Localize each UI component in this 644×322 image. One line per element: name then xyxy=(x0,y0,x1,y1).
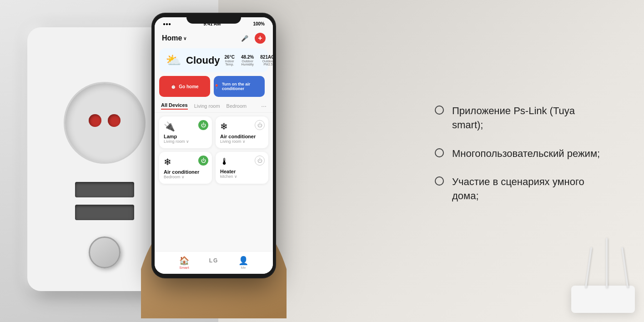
weather-stats: 26°C Indoor Temp. 48.2% Outdoor Humidity… xyxy=(225,55,273,66)
device-card-lamp[interactable]: ⏻ 🔌 Lamp Living room ∨ xyxy=(159,116,212,148)
ac1-power-toggle[interactable]: ⏻ xyxy=(255,120,265,130)
chevron-down-icon: ∨ xyxy=(242,139,246,144)
profile-icon: 👤 xyxy=(238,256,248,266)
weather-condition: Cloudy xyxy=(186,55,220,66)
chevron-down-icon: ∨ xyxy=(183,36,186,41)
device-card-ac2[interactable]: ⏻ ❄ Air conditioner Bedroom ∨ xyxy=(159,152,212,184)
feature-item-3: Участие в сценариях умного дома; xyxy=(435,175,608,203)
ac1-name: Air conditioner xyxy=(220,134,264,139)
phone-screen: ●●● 9:41 AM 100% Home ∨ 🎤 + ⛅ Cloudy xyxy=(155,17,273,274)
feature-item-2: Многопользовательский режим; xyxy=(435,147,608,161)
heater-room: kitchen ∨ xyxy=(220,174,264,179)
home-label: Home xyxy=(162,34,182,42)
chevron-down-icon: ∨ xyxy=(181,175,185,179)
phone-notch xyxy=(186,14,241,24)
bullet-2 xyxy=(435,148,444,157)
smart-label: Smart xyxy=(179,266,189,270)
feature-text-2: Многопользовательский режим; xyxy=(452,147,600,161)
app-header: Home ∨ 🎤 + xyxy=(155,30,273,48)
router-antenna-3 xyxy=(585,247,592,288)
ac-icon: 📍 xyxy=(214,84,219,89)
heater-name: Heater xyxy=(220,169,264,174)
lamp-power-toggle[interactable]: ⏻ xyxy=(198,120,208,130)
heater-power-toggle[interactable]: ⏻ xyxy=(255,156,265,166)
router-area xyxy=(553,222,644,322)
go-home-button[interactable]: ⏰ Go home xyxy=(159,76,210,97)
temp-stat: 26°C Indoor Temp. xyxy=(225,55,235,66)
ac2-name: Air conditioner xyxy=(164,169,207,175)
smart-home-icon: 🏠 xyxy=(179,256,189,266)
weather-section: ⛅ Cloudy 26°C Indoor Temp. 48.2% Outdoor… xyxy=(159,48,268,72)
ac-button[interactable]: 📍 Turn on the air conditioner xyxy=(214,76,265,97)
phone-body: ●●● 9:41 AM 100% Home ∨ 🎤 + ⛅ Cloudy xyxy=(152,14,275,277)
add-button[interactable]: + xyxy=(255,33,266,44)
phone-brand: LG xyxy=(209,257,219,264)
ac1-room: Living room ∨ xyxy=(220,139,264,144)
usb-port-1 xyxy=(75,182,134,197)
features-panel: Приложение Ps-Link (Tuya smart); Многопо… xyxy=(435,104,608,218)
device-card-ac1[interactable]: ⏻ ❄ Air conditioner Living room ∨ xyxy=(216,116,268,148)
lamp-room: Living room ∨ xyxy=(164,139,207,144)
tab-living-room[interactable]: Living room xyxy=(194,103,220,109)
tab-all-devices[interactable]: All Devices xyxy=(161,102,188,110)
feature-text-1: Приложение Ps-Link (Tuya smart); xyxy=(452,104,608,132)
nav-me[interactable]: 👤 Me xyxy=(238,256,248,270)
feature-item-1: Приложение Ps-Link (Tuya smart); xyxy=(435,104,608,132)
signal-indicator: ●●● xyxy=(163,21,171,26)
lamp-name: Lamp xyxy=(164,134,207,139)
ac2-power-toggle[interactable]: ⏻ xyxy=(198,156,208,166)
chevron-down-icon: ∨ xyxy=(186,139,189,144)
nav-smart[interactable]: 🏠 Smart xyxy=(179,256,189,270)
scenario-buttons: ⏰ Go home 📍 Turn on the air conditioner xyxy=(159,76,268,97)
go-home-icon: ⏰ xyxy=(171,84,176,89)
home-title[interactable]: Home ∨ xyxy=(162,34,186,42)
bullet-3 xyxy=(435,176,444,186)
header-icons: 🎤 + xyxy=(238,32,266,45)
router-antenna-2 xyxy=(606,238,608,288)
device-card-heater[interactable]: ⏻ 🌡 Heater kitchen ∨ xyxy=(216,152,268,184)
humidity-stat: 48.2% Outdoor Humidity xyxy=(241,55,254,66)
router-antenna-1 xyxy=(621,247,629,288)
usb-port-2 xyxy=(75,205,134,220)
power-button xyxy=(89,236,121,268)
battery-indicator: 100% xyxy=(253,21,265,26)
bullet-1 xyxy=(435,106,444,115)
weather-icon: ⛅ xyxy=(166,53,181,68)
router-body xyxy=(571,286,635,313)
ac-label: Turn on the air conditioner xyxy=(222,82,265,91)
chevron-down-icon: ∨ xyxy=(234,174,237,179)
go-home-label: Go home xyxy=(179,84,198,89)
me-label: Me xyxy=(241,266,246,270)
more-tabs-icon[interactable]: ··· xyxy=(261,102,267,110)
socket-pin-left xyxy=(89,114,101,127)
tab-bedroom[interactable]: Bedroom xyxy=(226,103,247,109)
ac2-room: Bedroom ∨ xyxy=(164,175,207,179)
mic-button[interactable]: 🎤 xyxy=(238,32,251,45)
device-tabs: All Devices Living room Bedroom ··· xyxy=(155,101,273,113)
device-grid: ⏻ 🔌 Lamp Living room ∨ ⏻ ❄ Air condition… xyxy=(155,113,273,187)
aqi-stat: 821AQI Outdoor PM2.5 xyxy=(260,55,273,66)
feature-text-3: Участие в сценариях умного дома; xyxy=(452,175,608,203)
socket-pin-right xyxy=(108,114,121,127)
phone-container: ●●● 9:41 AM 100% Home ∨ 🎤 + ⛅ Cloudy xyxy=(127,9,300,318)
